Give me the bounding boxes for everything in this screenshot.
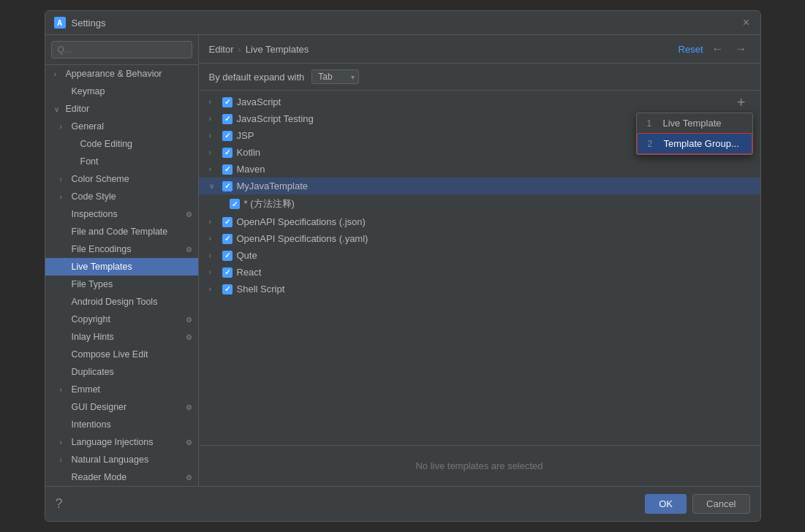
expand-select[interactable]: Tab Enter Space: [311, 69, 359, 84]
cancel-button[interactable]: Cancel: [692, 494, 749, 514]
search-input[interactable]: [51, 41, 192, 58]
sidebar-item-label: Editor: [66, 104, 90, 114]
arrow-icon: ›: [60, 456, 69, 464]
sidebar-item-reader-mode[interactable]: Reader Mode ⚙: [45, 468, 198, 486]
sidebar-item-general[interactable]: › General: [45, 118, 198, 135]
template-group-label: Maven: [237, 164, 265, 175]
template-group-label: JSP: [237, 130, 254, 141]
sidebar-item-label: Copyright: [72, 314, 111, 324]
list-item[interactable]: › OpenAPI Specifications (.yaml): [199, 230, 760, 247]
settings-badge: ⚙: [186, 438, 192, 446]
sidebar-item-label: Appearance & Behavior: [66, 69, 162, 79]
settings-badge: ⚙: [186, 474, 192, 482]
sidebar-item-intentions[interactable]: Intentions: [45, 416, 198, 433]
dropdown-num: 2: [648, 139, 658, 149]
template-group-label: JavaScript: [237, 96, 281, 107]
footer-buttons: OK Cancel: [645, 494, 749, 514]
template-checkbox[interactable]: [222, 131, 233, 141]
template-checkbox[interactable]: [222, 164, 233, 175]
sidebar-item-compose-live[interactable]: Compose Live Edit: [45, 346, 198, 363]
sidebar-item-font[interactable]: Font: [45, 153, 198, 170]
list-item[interactable]: › Maven: [199, 161, 760, 178]
sidebar-item-editor[interactable]: ∨ Editor: [45, 100, 198, 118]
dialog-title: Settings: [72, 18, 106, 28]
expand-label: By default expand with: [209, 72, 305, 83]
sidebar-item-appearance[interactable]: › Appearance & Behavior: [45, 65, 198, 83]
template-checkbox[interactable]: [230, 199, 240, 209]
nav-back-button[interactable]: ←: [709, 41, 727, 57]
sidebar-item-code-editing[interactable]: Code Editing: [45, 135, 198, 153]
template-checkbox[interactable]: [222, 97, 233, 107]
template-checkbox[interactable]: [222, 114, 233, 124]
list-item[interactable]: › Qute: [199, 247, 760, 264]
search-box: [45, 35, 198, 65]
list-item[interactable]: › Shell Script: [199, 281, 760, 297]
collapse-icon: ›: [209, 218, 218, 226]
collapse-icon: ›: [209, 268, 218, 276]
collapse-icon: ›: [209, 285, 218, 293]
nav-forward-button[interactable]: →: [733, 41, 750, 57]
list-item[interactable]: * (方法注释): [199, 194, 760, 213]
sidebar-item-label: Keymap: [72, 86, 105, 96]
settings-badge: ⚙: [186, 210, 192, 218]
dialog-footer: ? OK Cancel: [45, 486, 760, 521]
sidebar-item-file-types[interactable]: File Types: [45, 276, 198, 293]
sidebar-item-android-design[interactable]: Android Design Tools: [45, 293, 198, 311]
list-item[interactable]: › React: [199, 264, 760, 281]
reset-button[interactable]: Reset: [679, 44, 703, 55]
sidebar-item-live-templates[interactable]: Live Templates: [45, 258, 198, 276]
sidebar-item-inspections[interactable]: Inspections ⚙: [45, 205, 198, 223]
collapse-icon: ›: [209, 235, 218, 243]
breadcrumb-separator: ›: [238, 44, 241, 55]
sidebar-item-file-code-template[interactable]: File and Code Template: [45, 223, 198, 240]
sidebar-item-label: Font: [80, 156, 99, 167]
sidebar-item-label: General: [72, 121, 104, 132]
breadcrumb-current: Live Templates: [246, 44, 309, 55]
template-checkbox[interactable]: [222, 234, 233, 244]
sidebar-item-emmet[interactable]: › Emmet: [45, 381, 198, 398]
template-checkbox[interactable]: [222, 251, 233, 261]
collapse-icon: ›: [209, 165, 218, 173]
collapse-icon: ›: [209, 132, 218, 140]
template-checkbox[interactable]: [222, 148, 233, 158]
sidebar-item-natural-languages[interactable]: › Natural Languages: [45, 451, 198, 468]
list-item[interactable]: ∨ MyJavaTemplate: [199, 178, 760, 194]
close-button[interactable]: ×: [741, 18, 752, 28]
panel-header: Editor › Live Templates Reset ← →: [199, 35, 760, 64]
dropdown-item-template-group[interactable]: 2 Template Group...: [637, 133, 752, 154]
panel-actions: Reset ← →: [679, 41, 750, 57]
panel-toolbar: By default expand with Tab Enter Space ▾: [199, 64, 760, 91]
template-checkbox[interactable]: [222, 267, 233, 278]
sidebar-item-code-style[interactable]: › Code Style: [45, 188, 198, 205]
template-label: * (方法注释): [244, 197, 295, 210]
collapse-icon: ›: [209, 148, 218, 156]
add-button[interactable]: +: [733, 94, 750, 111]
sidebar-item-inlay-hints[interactable]: Inlay Hints ⚙: [45, 328, 198, 346]
sidebar-item-language-injections[interactable]: › Language Injections ⚙: [45, 433, 198, 451]
template-group-label: JavaScript Testing: [237, 113, 314, 124]
list-item[interactable]: › JavaScript: [199, 94, 760, 110]
sidebar-item-label: Code Editing: [80, 139, 133, 149]
template-group-label: Kotlin: [237, 147, 261, 158]
app-icon: A: [54, 17, 66, 28]
template-group-label: OpenAPI Specifications (.json): [237, 216, 366, 227]
sidebar-item-gui-designer[interactable]: GUI Designer ⚙: [45, 398, 198, 416]
sidebar-item-file-encodings[interactable]: File Encodings ⚙: [45, 240, 198, 258]
sidebar: › Appearance & Behavior Keymap ∨ Editor …: [45, 35, 199, 486]
breadcrumb-parent: Editor: [209, 44, 234, 55]
list-item[interactable]: › OpenAPI Specifications (.json): [199, 213, 760, 230]
arrow-icon: ›: [60, 438, 69, 446]
template-checkbox[interactable]: [222, 217, 233, 227]
dropdown-item-live-template[interactable]: 1 Live Template: [637, 113, 752, 133]
ok-button[interactable]: OK: [645, 494, 687, 514]
template-checkbox[interactable]: [222, 284, 233, 294]
template-group-label: Shell Script: [237, 284, 285, 294]
sidebar-item-color-scheme[interactable]: › Color Scheme: [45, 170, 198, 188]
arrow-icon: ›: [60, 386, 69, 394]
help-button[interactable]: ?: [56, 496, 63, 512]
sidebar-item-keymap[interactable]: Keymap: [45, 83, 198, 100]
template-checkbox[interactable]: [222, 181, 233, 191]
arrow-icon: ›: [60, 123, 69, 131]
sidebar-item-copyright[interactable]: Copyright ⚙: [45, 311, 198, 328]
sidebar-item-duplicates[interactable]: Duplicates: [45, 363, 198, 381]
